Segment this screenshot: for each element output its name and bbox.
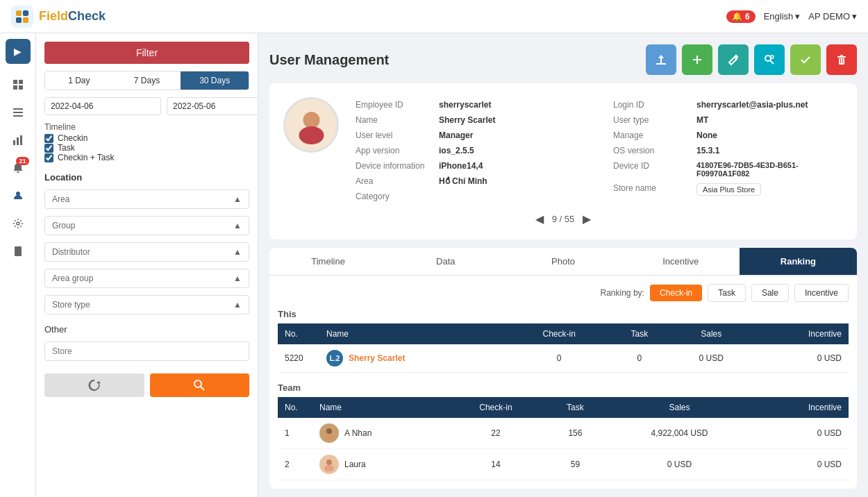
svg-point-34 <box>303 112 319 128</box>
team-cell-checkin-1: 22 <box>448 418 544 449</box>
this-col-sales: Sales <box>671 323 751 344</box>
user-level-row: User level Manager <box>356 128 585 143</box>
team-row-1: 1 A Nhan 22 156 4,922,004 USD <box>278 418 849 449</box>
date-tab-30days[interactable]: 30 Days <box>181 71 249 90</box>
svg-rect-18 <box>16 251 20 252</box>
tab-timeline[interactable]: Timeline <box>269 248 387 275</box>
sale-rank-button[interactable]: Sale <box>751 284 789 302</box>
date-tab-1day[interactable]: 1 Day <box>45 71 113 90</box>
svg-point-25 <box>765 56 771 61</box>
tab-photo[interactable]: Photo <box>504 248 621 275</box>
incentive-rank-button[interactable]: Incentive <box>794 284 849 302</box>
this-col-task: Task <box>608 323 671 344</box>
app-version-row: App version ios_2.5.5 <box>356 143 585 158</box>
this-table: No. Name Check-in Task Sales Incentive 5… <box>278 323 849 373</box>
svg-point-15 <box>17 222 19 225</box>
this-cell-no: 5220 <box>278 344 319 373</box>
add-button[interactable] <box>682 44 712 75</box>
checkin-task-checkbox[interactable] <box>44 153 53 162</box>
search-button[interactable] <box>150 373 250 397</box>
svg-rect-4 <box>13 80 17 84</box>
edit-button[interactable] <box>718 44 749 75</box>
team-cell-task-1: 156 <box>544 418 607 449</box>
tab-data[interactable]: Data <box>387 248 504 275</box>
sidebar-toggle[interactable]: ▶ <box>6 39 31 64</box>
group-dropdown[interactable]: Group ▲ <box>44 216 249 235</box>
user-right-details: Login ID sherryscarlet@asia-plus.net Use… <box>613 97 843 204</box>
logo-icon <box>11 6 33 28</box>
team-cell-no-1: 1 <box>278 418 312 449</box>
date-from-input[interactable] <box>44 97 161 115</box>
next-page-button[interactable]: ▶ <box>583 212 591 226</box>
pagination: ◀ 9 / 55 ▶ <box>283 212 843 226</box>
svg-point-38 <box>326 460 332 465</box>
upload-button[interactable] <box>646 44 676 75</box>
area-dropdown[interactable]: Area ▲ <box>44 189 249 209</box>
action-buttons <box>646 44 857 75</box>
team-col-checkin: Check-in <box>448 397 544 418</box>
area-group-dropdown[interactable]: Area group ▲ <box>44 269 249 288</box>
this-cell-sales: 0 USD <box>671 344 751 373</box>
date-tab-7days[interactable]: 7 Days <box>113 71 181 90</box>
task-label: Task <box>58 143 75 153</box>
team-col-incentive: Incentive <box>752 397 849 418</box>
ranking-by-label: Ranking by: <box>601 288 644 298</box>
svg-rect-7 <box>19 85 23 90</box>
task-checkbox[interactable] <box>44 144 53 153</box>
this-col-name: Name <box>319 323 511 344</box>
date-tabs: 1 Day 7 Days 30 Days <box>44 71 249 90</box>
area-row: Area Hồ Chí Minh <box>356 174 585 189</box>
team-cell-incentive-1: 0 USD <box>752 418 849 449</box>
this-cell-incentive: 0 USD <box>751 344 849 373</box>
store-input[interactable] <box>44 342 249 361</box>
delete-button[interactable] <box>826 44 857 75</box>
this-col-checkin: Check-in <box>511 323 608 344</box>
sidebar-item-settings[interactable] <box>6 211 31 236</box>
filter-button[interactable]: Filter <box>44 42 249 64</box>
approve-button[interactable] <box>790 44 821 75</box>
this-col-incentive: Incentive <box>751 323 849 344</box>
level-badge: L.2 <box>326 350 343 367</box>
team-cell-name-1: A Nhan <box>312 418 448 449</box>
svg-rect-8 <box>13 108 23 110</box>
checkin-checkbox[interactable] <box>44 134 53 143</box>
sidebar-item-list[interactable] <box>6 100 31 125</box>
category-row: Category <box>356 189 585 204</box>
sidebar-item-users[interactable] <box>6 183 31 208</box>
tab-incentive[interactable]: Incentive <box>622 248 740 275</box>
svg-rect-17 <box>16 249 20 250</box>
other-label: Other <box>44 324 249 335</box>
reset-button[interactable] <box>44 373 144 397</box>
search-users-button[interactable] <box>754 44 785 75</box>
prev-page-button[interactable]: ◀ <box>535 212 544 226</box>
this-section-title: This <box>278 309 849 319</box>
svg-rect-30 <box>837 56 846 58</box>
checkin-rank-button[interactable]: Check-in <box>650 285 702 301</box>
language-selector[interactable]: English ▾ <box>764 11 801 22</box>
svg-point-20 <box>194 380 201 387</box>
store-name-row: Store name Asia Plus Store <box>613 180 843 199</box>
page-title: User Management <box>269 52 389 68</box>
user-left-details: Employee ID sherryscarlet Name Sherry Sc… <box>356 97 585 204</box>
team-row-2: 2 Laura 14 59 0 USD 0 USD <box>278 449 849 480</box>
user-link[interactable]: Sherry Scarlet <box>349 353 405 363</box>
sidebar-item-chart[interactable] <box>6 128 31 153</box>
team-name-1: A Nhan <box>344 428 372 438</box>
name-row: Name Sherry Scarlet <box>356 112 585 128</box>
notification-badge[interactable]: 🔔 6 <box>726 10 756 23</box>
sidebar-item-grid[interactable] <box>6 72 31 97</box>
date-to-input[interactable] <box>167 97 258 115</box>
team-cell-checkin-2: 14 <box>448 449 544 480</box>
sidebar-item-document[interactable] <box>6 239 31 264</box>
sidebar-item-bell[interactable]: 21 <box>6 155 31 180</box>
team-avatar-2 <box>319 455 339 474</box>
svg-rect-5 <box>19 80 23 84</box>
store-type-dropdown[interactable]: Store type ▲ <box>44 295 249 314</box>
this-cell-name: L.2 Sherry Scarlet <box>319 344 511 373</box>
tab-ranking[interactable]: Ranking <box>740 248 857 275</box>
task-rank-button[interactable]: Task <box>708 284 746 302</box>
team-col-sales: Sales <box>607 397 752 418</box>
account-menu[interactable]: AP DEMO ▾ <box>808 11 857 22</box>
distributor-dropdown[interactable]: Distributor ▲ <box>44 242 249 262</box>
store-badge: Asia Plus Store <box>696 183 761 196</box>
